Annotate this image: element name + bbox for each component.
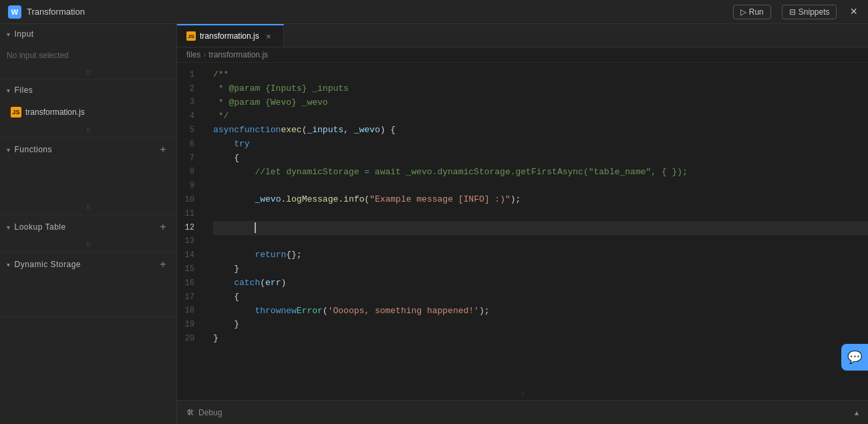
functions-header-left: ▾ Functions <box>7 145 52 154</box>
input-chevron-icon: ▾ <box>7 31 11 38</box>
tab-filename: transformation.js <box>200 31 259 41</box>
line-num-2: 2 <box>177 82 200 96</box>
line-num-16: 16 <box>177 276 200 290</box>
debug-icon: 🛠 <box>186 408 194 417</box>
lookup-header-left: ▾ Lookup Table <box>7 222 66 232</box>
app-logo: W <box>8 5 21 19</box>
line-num-5: 5 <box>177 124 200 138</box>
line-num-10: 10 <box>177 193 200 207</box>
file-item-transformation[interactable]: JS transformation.js <box>7 104 170 120</box>
debug-label: Debug <box>198 408 222 417</box>
debug-chevron-icon[interactable]: ▴ <box>855 408 859 417</box>
editor-area: JS transformation.js × files › transform… <box>177 24 868 424</box>
functions-section-header[interactable]: ▾ Functions + <box>0 138 176 162</box>
line-num-15: 15 <box>177 262 200 276</box>
tab-transformation-js[interactable]: JS transformation.js × <box>177 24 284 47</box>
app-title: Transformation <box>27 7 85 17</box>
code-line-12 <box>213 221 868 235</box>
code-line-17: { <box>213 290 868 304</box>
files-chevron-icon: ▾ <box>7 87 11 94</box>
functions-section-content <box>0 162 176 202</box>
line-num-9: 9 <box>177 179 200 193</box>
sidebar-section-files: ▾ Files JS transformation.js ⠿ <box>0 80 176 138</box>
files-section-header[interactable]: ▾ Files <box>0 80 176 100</box>
code-line-1: /** <box>213 68 868 82</box>
code-line-11 <box>213 207 868 221</box>
tab-bar: JS transformation.js × <box>177 24 868 47</box>
line-numbers: 1 2 3 4 5 6 7 8 9 10 11 12 13 14 15 16 1… <box>177 63 208 389</box>
title-bar-actions: ▷ Run ⊟ Snippets × <box>733 5 860 19</box>
close-button[interactable]: × <box>847 5 860 19</box>
code-line-15: } <box>213 262 868 276</box>
title-bar-left: W Transformation <box>8 5 85 19</box>
line-num-14: 14 <box>177 248 200 262</box>
code-line-19: } <box>213 318 868 332</box>
input-section-label: Input <box>15 29 34 39</box>
tab-close-button[interactable]: × <box>263 31 274 41</box>
code-line-5: async function exec(_inputs, _wevo) { <box>213 124 868 138</box>
run-button[interactable]: ▷ Run <box>733 5 771 19</box>
line-num-4: 4 <box>177 110 200 124</box>
code-line-16: catch(err) <box>213 276 868 290</box>
lookup-section-label: Lookup Table <box>15 222 66 232</box>
breadcrumb: files › transformation.js <box>177 47 868 63</box>
line-num-1: 1 <box>177 68 200 82</box>
code-line-6: try <box>213 138 868 152</box>
line-num-17: 17 <box>177 290 200 304</box>
dynamic-storage-section-header[interactable]: ▾ Dynamic Storage + <box>0 252 176 276</box>
functions-drag-handle[interactable]: ⠿ <box>0 202 176 214</box>
lookup-chevron-icon: ▾ <box>7 224 11 231</box>
code-line-8: //let dynamicStorage = await _wevo.dynam… <box>213 166 868 180</box>
code-line-10: _wevo.logMessage.info("Example message [… <box>213 193 868 207</box>
code-line-3: * @param {Wevo} _wevo <box>213 96 868 110</box>
input-drag-handle[interactable]: ⠿ <box>0 67 176 79</box>
run-icon: ▷ <box>740 7 746 17</box>
files-header-left: ▾ Files <box>7 85 33 95</box>
breadcrumb-separator: › <box>203 50 206 59</box>
input-section-header[interactable]: ▾ Input <box>0 24 176 44</box>
add-dynamic-storage-button[interactable]: + <box>156 258 170 271</box>
breadcrumb-path[interactable]: files <box>186 50 200 59</box>
line-num-20: 20 <box>177 332 200 346</box>
breadcrumb-filename[interactable]: transformation.js <box>208 50 268 59</box>
tab-file-icon: JS <box>186 31 196 41</box>
debug-bar-left: 🛠 Debug <box>186 408 222 417</box>
snippets-label: Snippets <box>799 7 830 17</box>
line-num-8: 8 <box>177 166 200 180</box>
editor-drag-handle[interactable]: ⠿ <box>177 389 868 400</box>
sidebar-section-lookup-table: ▾ Lookup Table + ⠿ <box>0 215 176 252</box>
main-layout: ▾ Input No input selected ⠿ ▾ Files JS t… <box>0 24 868 424</box>
code-line-14: return {}; <box>213 248 868 262</box>
title-bar: W Transformation ▷ Run ⊟ Snippets × <box>0 0 868 24</box>
code-line-20: } <box>213 332 868 346</box>
line-num-19: 19 <box>177 318 200 332</box>
dynamic-storage-header-left: ▾ Dynamic Storage <box>7 260 81 269</box>
line-num-18: 18 <box>177 304 200 319</box>
add-function-button[interactable]: + <box>156 143 170 156</box>
snippets-icon: ⊟ <box>789 7 796 17</box>
sidebar-section-dynamic-storage: ▾ Dynamic Storage + <box>0 252 176 317</box>
add-lookup-button[interactable]: + <box>156 220 170 234</box>
line-num-3: 3 <box>177 96 200 110</box>
code-line-9 <box>213 179 868 193</box>
files-drag-handle[interactable]: ⠿ <box>0 124 176 137</box>
dynamic-storage-chevron-icon: ▾ <box>7 261 11 268</box>
files-section-label: Files <box>15 85 33 95</box>
chat-widget[interactable]: 💬 <box>841 344 868 371</box>
lookup-drag-handle[interactable]: ⠿ <box>0 239 176 252</box>
code-line-2: * @param {Inputs} _inputs <box>213 82 868 96</box>
code-line-18: throw new Error('Oooops, something happe… <box>213 304 868 319</box>
code-content[interactable]: /** * @param {Inputs} _inputs * @param {… <box>208 63 868 389</box>
code-editor[interactable]: 1 2 3 4 5 6 7 8 9 10 11 12 13 14 15 16 1… <box>177 63 868 389</box>
line-num-6: 6 <box>177 138 200 152</box>
no-input-text: No input selected <box>7 48 170 63</box>
debug-bar: 🛠 Debug ▴ <box>177 400 868 424</box>
dynamic-storage-content <box>0 276 176 316</box>
dynamic-storage-section-label: Dynamic Storage <box>15 260 82 269</box>
files-section-content: JS transformation.js <box>0 100 176 124</box>
functions-chevron-icon: ▾ <box>7 146 11 154</box>
lookup-table-section-header[interactable]: ▾ Lookup Table + <box>0 215 176 239</box>
input-header-left: ▾ Input <box>7 29 34 39</box>
line-num-11: 11 <box>177 207 200 221</box>
snippets-button[interactable]: ⊟ Snippets <box>782 5 837 19</box>
